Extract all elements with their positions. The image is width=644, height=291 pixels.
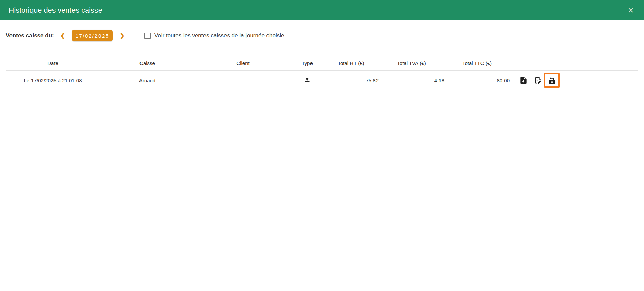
date-controls: Ventes caisse du: ❮ 17/02/2025 ❯ Voir to… bbox=[0, 30, 644, 41]
cell-client: - bbox=[195, 78, 291, 83]
cell-total-tva: 4.18 bbox=[379, 78, 444, 83]
cell-date: Le 17/02/2025 à 21:01:08 bbox=[6, 78, 100, 83]
cell-total-ht: 75.82 bbox=[323, 78, 379, 83]
show-all-sales-checkbox-label: Voir toutes les ventes caisses de la jou… bbox=[154, 32, 284, 39]
column-header-type: Type bbox=[291, 60, 323, 66]
column-header-caisse: Caisse bbox=[100, 60, 195, 66]
cell-type bbox=[291, 77, 323, 84]
cash-refund-icon bbox=[548, 76, 556, 85]
table-header-row: Date Caisse Client Type Total HT (€) Tot… bbox=[6, 56, 638, 71]
close-icon[interactable]: ✕ bbox=[626, 5, 635, 15]
column-header-total-ht: Total HT (€) bbox=[323, 60, 379, 66]
cell-caisse: Arnaud bbox=[100, 78, 195, 83]
column-header-date: Date bbox=[6, 60, 100, 66]
dialog-titlebar: Historique des ventes caisse ✕ bbox=[0, 0, 644, 20]
show-all-sales-checkbox-wrap[interactable]: Voir toutes les ventes caisses de la jou… bbox=[144, 32, 284, 39]
date-controls-label: Ventes caisse du: bbox=[6, 32, 54, 39]
column-header-total-ttc: Total TTC (€) bbox=[444, 60, 510, 66]
next-day-button[interactable]: ❯ bbox=[117, 32, 127, 39]
cell-total-ttc: 80.00 bbox=[444, 78, 510, 83]
receipt-edit-icon bbox=[533, 76, 542, 85]
page-title: Historique des ventes caisse bbox=[9, 6, 102, 14]
download-document-button[interactable] bbox=[519, 76, 528, 85]
edit-receipt-button[interactable] bbox=[533, 76, 542, 85]
date-picker-button[interactable]: 17/02/2025 bbox=[72, 30, 113, 41]
show-all-sales-checkbox[interactable] bbox=[144, 33, 151, 39]
table-row: Le 17/02/2025 à 21:01:08 Arnaud - 75.82 … bbox=[6, 71, 638, 90]
person-icon bbox=[304, 77, 311, 84]
column-header-total-tva: Total TVA (€) bbox=[379, 60, 444, 66]
refund-sale-button[interactable] bbox=[548, 76, 556, 85]
previous-day-button[interactable]: ❮ bbox=[58, 32, 67, 39]
sales-table: Date Caisse Client Type Total HT (€) Tot… bbox=[6, 56, 638, 90]
column-header-client: Client bbox=[195, 60, 291, 66]
row-actions bbox=[510, 76, 638, 85]
file-download-icon bbox=[519, 76, 528, 85]
